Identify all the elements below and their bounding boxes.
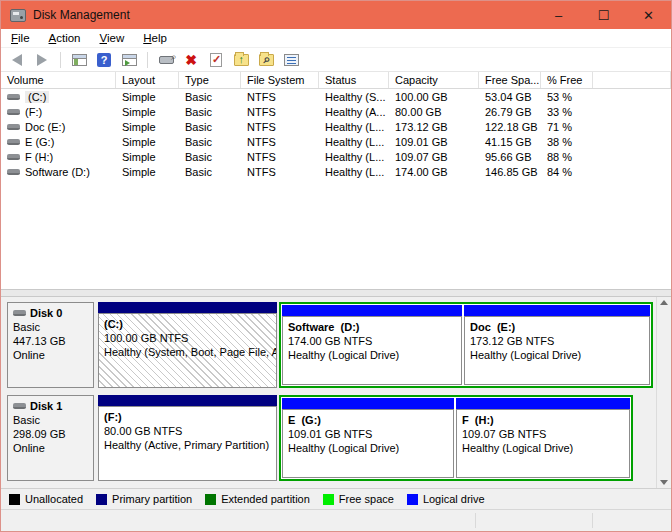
partition-software-d[interactable]: Software (D:) 174.00 GB NTFS Healthy (Lo…: [282, 305, 462, 385]
legend-unallocated: Unallocated: [9, 493, 83, 505]
partition-status: Healthy (Logical Drive): [462, 441, 624, 455]
logical-drive-bar: [464, 305, 650, 316]
properties-list-icon[interactable]: [281, 51, 301, 69]
menu-bar: File Action View Help: [1, 29, 671, 48]
scroll-down-icon[interactable]: [660, 480, 668, 485]
partition-f-h[interactable]: F (H:) 109.07 GB NTFS Healthy (Logical D…: [456, 398, 630, 478]
column-header-type[interactable]: Type: [179, 72, 241, 88]
toolbar: ? ✖: [1, 48, 671, 72]
cell-fs: NTFS: [241, 136, 319, 148]
app-disk-icon: [10, 9, 26, 22]
disk-tool-icon[interactable]: [156, 51, 176, 69]
vertical-scrollbar[interactable]: [656, 297, 671, 488]
show-action-pane-icon[interactable]: [119, 51, 139, 69]
legend-label: Primary partition: [112, 493, 192, 505]
disk-kind: Basic: [13, 320, 88, 334]
disk-0-row: Disk 0 Basic 447.13 GB Online (C:) 100.0…: [7, 302, 671, 388]
partition-f[interactable]: (F:) 80.00 GB NTFS Healthy (Active, Prim…: [98, 395, 277, 481]
legend-extended-partition: Extended partition: [205, 493, 310, 505]
cell-pct: 53 %: [541, 91, 593, 103]
scroll-up-icon[interactable]: [660, 300, 668, 305]
cell-free: 41.15 GB: [479, 136, 541, 148]
primary-partition-swatch: [96, 494, 107, 505]
partition-doc-e[interactable]: Doc (E:) 173.12 GB NTFS Healthy (Logical…: [464, 305, 650, 385]
column-header-filler: [593, 72, 671, 88]
delete-volume-icon[interactable]: ✖: [181, 51, 201, 69]
minimize-button[interactable]: –: [536, 1, 581, 29]
cell-capacity: 173.12 GB: [389, 121, 479, 133]
column-header-capacity[interactable]: Capacity: [389, 72, 479, 88]
cell-type: Basic: [179, 106, 241, 118]
partition-status: Healthy (Logical Drive): [470, 348, 644, 362]
partition-label: (C:): [104, 317, 271, 331]
disk-0-label[interactable]: Disk 0 Basic 447.13 GB Online: [7, 302, 94, 388]
disk-kind: Basic: [13, 413, 88, 427]
menu-view[interactable]: View: [98, 30, 134, 46]
show-console-tree-icon[interactable]: [69, 51, 89, 69]
table-row[interactable]: F (H:) Simple Basic NTFS Healthy (L... 1…: [1, 149, 671, 164]
cell-capacity: 109.07 GB: [389, 151, 479, 163]
folder-search-icon[interactable]: [256, 51, 276, 69]
column-header-pct-free[interactable]: % Free: [541, 72, 593, 88]
table-row[interactable]: (F:) Simple Basic NTFS Healthy (A... 80.…: [1, 104, 671, 119]
disk-icon: [13, 403, 26, 409]
disk-1-label[interactable]: Disk 1 Basic 298.09 GB Online: [7, 395, 94, 481]
menu-action[interactable]: Action: [47, 30, 90, 46]
extended-partition-disk0: Software (D:) 174.00 GB NTFS Healthy (Lo…: [279, 302, 653, 388]
close-button[interactable]: ✕: [626, 1, 671, 29]
cell-layout: Simple: [116, 166, 179, 178]
logical-drive-bar: [282, 305, 462, 316]
table-row[interactable]: (C:) Simple Basic NTFS Healthy (S... 100…: [1, 89, 671, 104]
table-row[interactable]: Software (D:) Simple Basic NTFS Healthy …: [1, 164, 671, 179]
help-icon[interactable]: ?: [94, 51, 114, 69]
table-row[interactable]: Doc (E:) Simple Basic NTFS Healthy (L...…: [1, 119, 671, 134]
column-header-layout[interactable]: Layout: [116, 72, 179, 88]
column-header-volume[interactable]: Volume: [1, 72, 116, 88]
disk-name: Disk 1: [30, 399, 62, 413]
back-arrow-icon[interactable]: [7, 51, 27, 69]
partition-label: (F:): [104, 410, 271, 424]
cell-fs: NTFS: [241, 121, 319, 133]
cell-fs: NTFS: [241, 151, 319, 163]
cell-status: Healthy (L...: [319, 166, 389, 178]
partition-c[interactable]: (C:) 100.00 GB NTFS Healthy (System, Boo…: [98, 302, 277, 388]
menu-help[interactable]: Help: [141, 30, 176, 46]
partition-size: 100.00 GB NTFS: [104, 331, 271, 345]
legend-free-space: Free space: [323, 493, 394, 505]
maximize-button[interactable]: ☐: [581, 1, 626, 29]
cell-pct: 84 %: [541, 166, 593, 178]
folder-up-icon[interactable]: [231, 51, 251, 69]
check-document-icon[interactable]: [206, 51, 226, 69]
volume-name: (F:): [25, 106, 42, 118]
volume-name: F (H:): [25, 151, 53, 163]
partition-label: F (H:): [462, 413, 624, 427]
volume-icon: [7, 139, 20, 145]
cell-layout: Simple: [116, 121, 179, 133]
logical-drive-swatch: [407, 494, 418, 505]
cell-type: Basic: [179, 121, 241, 133]
title-bar: Disk Management – ☐ ✕: [1, 1, 671, 29]
statusbar-separator: [475, 513, 476, 528]
panel-splitter[interactable]: [1, 289, 671, 297]
partition-label: Doc (E:): [470, 320, 644, 334]
cell-capacity: 100.00 GB: [389, 91, 479, 103]
cell-type: Basic: [179, 91, 241, 103]
volume-icon: [7, 94, 20, 100]
column-header-free-space[interactable]: Free Spa...: [479, 72, 541, 88]
forward-arrow-icon[interactable]: [32, 51, 52, 69]
volume-icon: [7, 109, 20, 115]
partition-size: 174.00 GB NTFS: [288, 334, 456, 348]
cell-type: Basic: [179, 136, 241, 148]
graphical-view: Disk 0 Basic 447.13 GB Online (C:) 100.0…: [1, 297, 671, 488]
table-row[interactable]: E (G:) Simple Basic NTFS Healthy (L... 1…: [1, 134, 671, 149]
column-header-status[interactable]: Status: [319, 72, 389, 88]
legend-logical-drive: Logical drive: [407, 493, 485, 505]
partition-e-g[interactable]: E (G:) 109.01 GB NTFS Healthy (Logical D…: [282, 398, 454, 478]
column-header-file-system[interactable]: File System: [241, 72, 319, 88]
cell-fs: NTFS: [241, 106, 319, 118]
status-bar: [1, 509, 671, 531]
cell-pct: 33 %: [541, 106, 593, 118]
partition-label: Software (D:): [288, 320, 456, 334]
menu-file[interactable]: File: [9, 30, 39, 46]
primary-partition-bar: [98, 302, 277, 313]
